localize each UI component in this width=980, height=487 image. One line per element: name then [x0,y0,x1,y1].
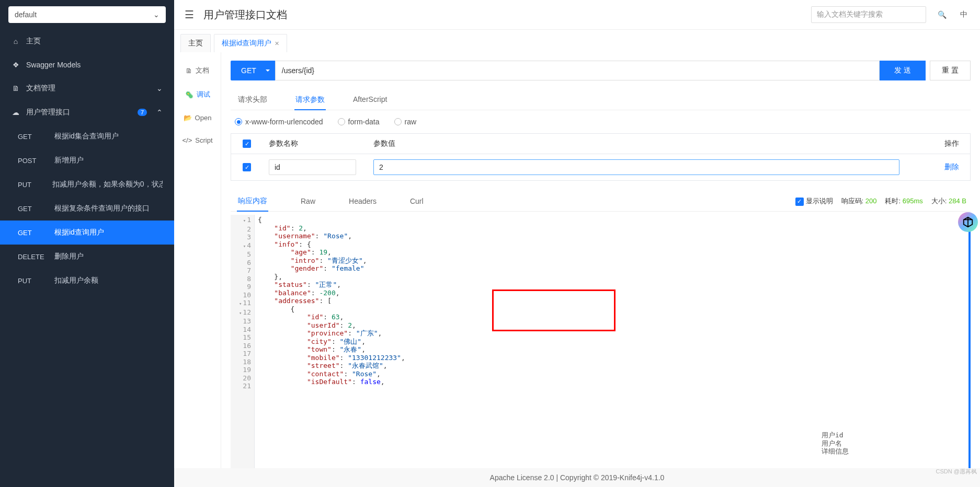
code-icon: </> [182,136,192,144]
count-badge: 7 [138,109,147,116]
mode-open[interactable]: 📂Open [174,107,221,129]
th-param-name: 参数名称 [263,134,367,154]
watermark: CSDN @愿苒枫 [936,468,977,476]
page-title: 用户管理接口文档 [203,8,802,22]
http-method-select[interactable]: GET [231,61,275,80]
folder-icon: 📂 [184,114,192,122]
th-action: 操作 [933,134,970,154]
url-input[interactable]: /users/{id} [275,61,880,80]
nav-home[interactable]: ⌂ 主页 [0,29,174,53]
radio-dot-icon [235,118,242,125]
page-tabs: 主页 根据id查询用户✕ [174,34,980,52]
tab-params[interactable]: 请求参数 [294,90,326,110]
nav-label: Swagger Models [26,61,81,69]
nav-label: 主页 [26,37,41,46]
bug-icon: 🦠 [185,91,193,99]
table-row: ✓ id 2 删除 [231,154,970,180]
nav-doc-manage[interactable]: 🗎 文档管理 ⌄ [0,76,174,100]
debug-panel: GET /users/{id} 发 送 重 置 请求头部 请求参数 AfterS… [221,52,980,487]
tab-response-headers[interactable]: Headers [348,192,378,211]
api-item-deduct-balance-cond[interactable]: PUT扣减用户余额，如果余额为0，状态... [0,172,174,196]
tab-response-raw[interactable]: Raw [300,192,316,211]
body-type-radios: x-www-form-urlencoded form-data raw [235,118,971,126]
float-badge-icon[interactable] [958,212,978,232]
home-icon: ⌂ [12,37,20,45]
api-item-complex-query[interactable]: GET根据复杂条件查询用户的接口 [0,196,174,221]
cube-icon: ❖ [12,61,20,69]
mode-script[interactable]: </>Script [174,129,221,152]
param-table: ✓ 参数名称 参数值 操作 ✓ id 2 删除 [231,133,971,181]
main: ☰ 用户管理接口文档 输入文档关键字搜索 🔍 中 主页 根据id查询用户✕ 🗎文… [174,0,980,487]
response-subtabs: 响应内容 Raw Headers Curl ✓ 显示说明 响应码: 200 耗时… [231,191,971,212]
nav-label: 文档管理 [26,84,55,93]
api-item-get-by-ids[interactable]: GET根据id集合查询用户 [0,124,174,148]
mode-doc[interactable]: 🗎文档 [174,59,221,83]
radio-raw[interactable]: raw [394,118,417,126]
api-item-deduct-balance[interactable]: PUT扣减用户余额 [0,269,174,293]
topbar: ☰ 用户管理接口文档 输入文档关键字搜索 🔍 中 [174,0,980,30]
table-header-row: ✓ 参数名称 参数值 操作 [231,134,970,154]
tab-response-body[interactable]: 响应内容 [237,191,268,211]
document-icon: 🗎 [186,67,192,75]
menu-collapse-icon[interactable]: ☰ [185,8,194,21]
reset-button[interactable]: 重 置 [930,61,971,80]
nav-swagger-models[interactable]: ❖ Swagger Models [0,53,174,76]
doc-icon: 🗎 [12,84,20,92]
radio-dot-icon [338,118,345,125]
radio-formdata[interactable]: form-data [338,118,380,126]
radio-urlencoded[interactable]: x-www-form-urlencoded [235,118,323,126]
group-selector-value: default [15,10,37,19]
mode-debug[interactable]: 🦠调试 [174,83,221,107]
th-param-value: 参数值 [367,134,933,154]
cloud-icon: ☁ [12,108,20,117]
footer: Apache License 2.0 | Copyright © 2019-Kn… [174,468,980,487]
radio-dot-icon [394,118,402,125]
show-desc-checkbox[interactable]: ✓ [795,198,804,206]
nav-user-api[interactable]: ☁ 用户管理接口 7 ⌃ [0,100,174,124]
param-value-input[interactable]: 2 [373,159,899,175]
api-item-get-by-id[interactable]: GET根据id查询用户 [0,221,174,245]
send-button[interactable]: 发 送 [880,61,926,80]
api-item-delete-user[interactable]: DELETE删除用户 [0,245,174,269]
response-meta: ✓ 显示说明 响应码: 200 耗时: 695ms 大小: 284 B [795,196,971,206]
chevron-down-icon: ⌄ [156,84,163,92]
mode-tabs: 🗎文档 🦠调试 📂Open </>Script [174,52,221,487]
search-input[interactable]: 输入文档关键字搜索 [811,6,926,23]
checkbox-all[interactable]: ✓ [243,140,251,148]
response-code-area: 123456789101112131415161718192021 { "id"… [231,215,971,487]
tab-home[interactable]: 主页 [180,34,211,52]
param-name-input[interactable]: id [269,159,356,175]
delete-row-link[interactable]: 删除 [944,163,959,172]
lang-toggle[interactable]: 中 [958,8,970,21]
line-gutter: 123456789101112131415161718192021 [231,215,255,487]
tab-afterscript[interactable]: AfterScript [352,90,388,110]
chevron-up-icon: ⌃ [156,108,163,117]
nav-label: 用户管理接口 [26,108,70,117]
request-subtabs: 请求头部 请求参数 AfterScript [231,90,971,110]
api-item-create-user[interactable]: POST新增用户 [0,148,174,172]
chevron-down-icon: ⌄ [153,10,159,19]
group-selector[interactable]: default ⌄ [8,6,166,23]
checkbox-row[interactable]: ✓ [243,163,251,171]
close-icon[interactable]: ✕ [275,40,279,47]
tab-response-curl[interactable]: Curl [409,192,425,211]
search-icon[interactable]: 🔍 [936,8,949,21]
tab-headers[interactable]: 请求头部 [237,90,268,110]
tab-get-by-id[interactable]: 根据id查询用户✕ [214,34,287,52]
sidebar: default ⌄ ⌂ 主页 ❖ Swagger Models 🗎 文档管理 ⌄… [0,0,174,487]
